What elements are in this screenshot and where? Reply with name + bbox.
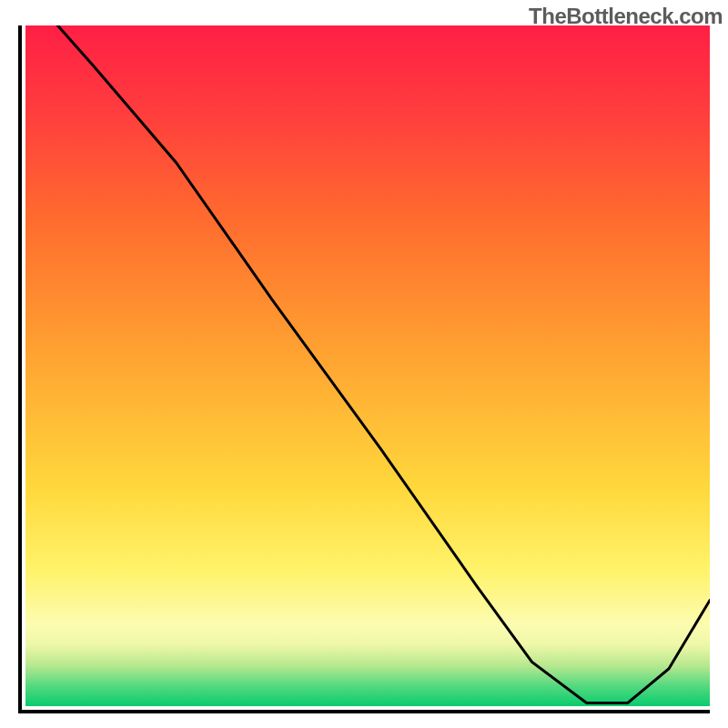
chart-line [25, 25, 710, 710]
chart-area [18, 25, 710, 713]
